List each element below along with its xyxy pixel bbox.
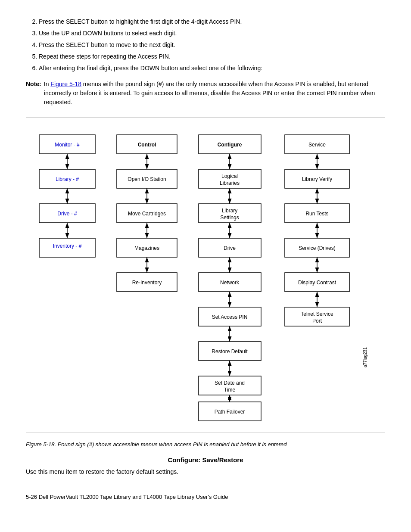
note-label: Note: [26,80,41,107]
step-4: Press the SELECT button to move to the n… [39,40,385,50]
note-block: Note: In Figure 5-18 menus with the poun… [26,80,385,107]
header-control: Control [138,142,156,148]
box-telnet2: Port [312,318,322,324]
box-library: Library - # [56,176,79,182]
box-path-failover: Path Failover [215,409,245,415]
box-library-settings2: Settings [220,215,239,221]
box-move-cartridges: Move Cartridges [128,211,166,217]
header-monitor: Monitor - # [55,142,80,148]
box-library-verify: Library Verify [302,176,332,182]
box-drive: Drive - # [57,211,77,217]
step-5: Repeat these steps for repeating the Acc… [39,52,385,61]
section-title: Configure: Save/Restore [26,456,385,464]
header-service: Service [308,142,326,148]
figure-link[interactable]: Figure 5-18 [50,81,81,87]
box-open-io: Open I/O Station [128,176,166,182]
box-telnet: Telnet Service [301,311,333,317]
box-drive-cfg: Drive [224,245,236,251]
diagram-svg: Monitor - # Library - # Drive - # Invent… [31,126,384,428]
box-display-contrast: Display Contrast [298,280,336,286]
box-reinventory: Re-Inventory [132,280,162,286]
note-body: menus with the pound sign (#) are the on… [44,81,375,106]
note-text: In Figure 5-18 menus with the pound sign… [44,80,385,107]
steps-list: Press the SELECT button to highlight the… [26,17,385,73]
page-footer: 5-26 Dell PowerVault TL2000 Tape Library… [26,494,385,500]
box-logical-libraries2: Libraries [220,180,240,186]
header-configure: Configure [218,142,242,148]
box-service-drives: Service (Drives) [299,245,335,251]
box-set-date2: Time [224,387,236,393]
box-set-access-pin: Set Access PIN [212,314,248,320]
content-area: Press the SELECT button to highlight the… [26,17,385,500]
box-inventory: Inventory - # [53,243,82,249]
box-network: Network [220,280,240,286]
diagram-id-label: a77lug231 [363,347,367,367]
fig-caption: Figure 5-18. Pound sign (#) shows access… [26,441,385,448]
box-run-tests: Run Tests [305,211,328,217]
diagram-wrapper: Monitor - # Library - # Drive - # Invent… [26,117,385,432]
step-6: After entering the final digit, press th… [39,64,385,73]
box-library-settings: Library [222,208,238,214]
step-2: Press the SELECT button to highlight the… [39,17,385,26]
box-set-date: Set Date and [215,380,245,386]
box-logical-libraries: Logical [221,173,238,179]
section-body: Use this menu item to restore the factor… [26,467,385,476]
box-restore-default: Restore Default [212,348,248,355]
box-magazines: Magazines [134,245,159,251]
step-3: Use the UP and DOWN buttons to select ea… [39,29,385,38]
